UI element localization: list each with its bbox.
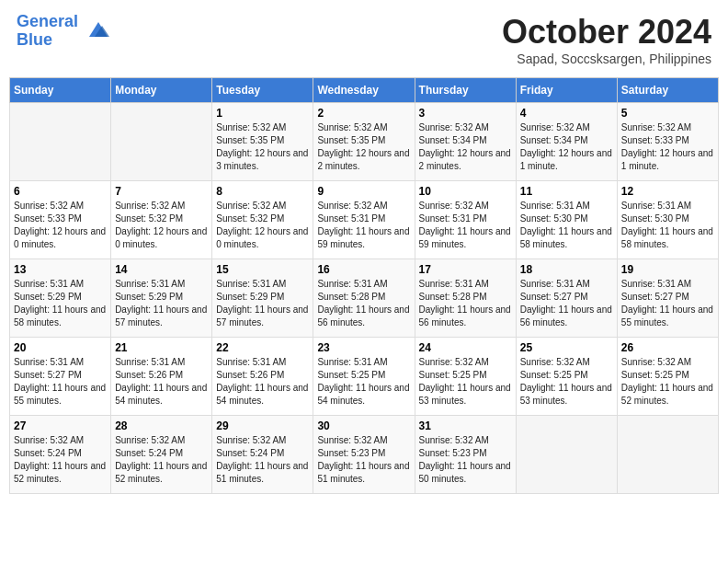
calendar-cell: 11Sunrise: 5:31 AM Sunset: 5:30 PM Dayli… xyxy=(516,181,617,259)
day-number: 20 xyxy=(14,341,107,354)
logo-icon xyxy=(82,18,111,44)
day-number: 24 xyxy=(419,341,512,354)
calendar-cell: 14Sunrise: 5:31 AM Sunset: 5:29 PM Dayli… xyxy=(111,259,212,338)
day-info: Sunrise: 5:31 AM Sunset: 5:29 PM Dayligh… xyxy=(216,278,309,329)
day-number: 8 xyxy=(216,185,309,198)
day-number: 5 xyxy=(621,107,714,120)
calendar-cell: 10Sunrise: 5:32 AM Sunset: 5:31 PM Dayli… xyxy=(415,181,516,259)
day-info: Sunrise: 5:32 AM Sunset: 5:33 PM Dayligh… xyxy=(621,121,714,173)
calendar-cell: 9Sunrise: 5:32 AM Sunset: 5:31 PM Daylig… xyxy=(313,181,415,259)
day-number: 7 xyxy=(115,185,208,198)
weekday-header-tuesday: Tuesday xyxy=(212,78,313,103)
calendar-cell: 3Sunrise: 5:32 AM Sunset: 5:34 PM Daylig… xyxy=(415,103,516,181)
day-info: Sunrise: 5:32 AM Sunset: 5:31 PM Dayligh… xyxy=(419,200,512,251)
day-number: 2 xyxy=(317,107,410,120)
day-info: Sunrise: 5:32 AM Sunset: 5:32 PM Dayligh… xyxy=(115,200,208,251)
calendar-cell xyxy=(516,416,617,494)
weekday-header-monday: Monday xyxy=(111,78,212,103)
day-info: Sunrise: 5:31 AM Sunset: 5:26 PM Dayligh… xyxy=(216,356,309,408)
day-info: Sunrise: 5:32 AM Sunset: 5:25 PM Dayligh… xyxy=(520,356,613,408)
day-number: 18 xyxy=(520,263,613,276)
calendar-cell: 31Sunrise: 5:32 AM Sunset: 5:23 PM Dayli… xyxy=(415,416,516,494)
day-number: 9 xyxy=(317,185,410,198)
calendar-cell: 21Sunrise: 5:31 AM Sunset: 5:26 PM Dayli… xyxy=(111,338,212,416)
weekday-header-sunday: Sunday xyxy=(10,78,111,103)
calendar-cell: 1Sunrise: 5:32 AM Sunset: 5:35 PM Daylig… xyxy=(212,103,313,181)
calendar-cell: 25Sunrise: 5:32 AM Sunset: 5:25 PM Dayli… xyxy=(516,338,617,416)
location: Sapad, Soccsksargen, Philippines xyxy=(502,52,711,66)
calendar-cell: 8Sunrise: 5:32 AM Sunset: 5:32 PM Daylig… xyxy=(212,181,313,259)
day-info: Sunrise: 5:31 AM Sunset: 5:28 PM Dayligh… xyxy=(317,278,410,329)
calendar-week-4: 20Sunrise: 5:31 AM Sunset: 5:27 PM Dayli… xyxy=(10,338,719,416)
day-number: 10 xyxy=(419,185,512,198)
calendar-header: SundayMondayTuesdayWednesdayThursdayFrid… xyxy=(10,78,719,103)
calendar-cell: 16Sunrise: 5:31 AM Sunset: 5:28 PM Dayli… xyxy=(313,259,415,338)
calendar-week-1: 1Sunrise: 5:32 AM Sunset: 5:35 PM Daylig… xyxy=(10,103,719,181)
calendar-week-5: 27Sunrise: 5:32 AM Sunset: 5:24 PM Dayli… xyxy=(10,416,719,494)
calendar-cell: 12Sunrise: 5:31 AM Sunset: 5:30 PM Dayli… xyxy=(617,181,718,259)
calendar-week-2: 6Sunrise: 5:32 AM Sunset: 5:33 PM Daylig… xyxy=(10,181,719,259)
day-number: 22 xyxy=(216,341,309,354)
day-number: 19 xyxy=(621,263,714,276)
weekday-header-friday: Friday xyxy=(516,78,617,103)
calendar-cell: 19Sunrise: 5:31 AM Sunset: 5:27 PM Dayli… xyxy=(617,259,718,338)
calendar-cell: 15Sunrise: 5:31 AM Sunset: 5:29 PM Dayli… xyxy=(212,259,313,338)
day-number: 13 xyxy=(14,263,107,276)
day-number: 1 xyxy=(216,107,309,120)
day-number: 12 xyxy=(621,185,714,198)
day-number: 30 xyxy=(317,419,410,432)
day-info: Sunrise: 5:31 AM Sunset: 5:25 PM Dayligh… xyxy=(317,356,410,408)
day-number: 23 xyxy=(317,341,410,354)
title-area: October 2024 Sapad, Soccsksargen, Philip… xyxy=(502,13,711,66)
day-number: 28 xyxy=(115,419,208,432)
day-info: Sunrise: 5:32 AM Sunset: 5:31 PM Dayligh… xyxy=(317,200,410,251)
page-header: General Blue October 2024 Sapad, Soccsks… xyxy=(9,9,719,70)
day-info: Sunrise: 5:31 AM Sunset: 5:29 PM Dayligh… xyxy=(14,278,107,329)
day-info: Sunrise: 5:32 AM Sunset: 5:25 PM Dayligh… xyxy=(419,356,512,408)
day-number: 25 xyxy=(520,341,613,354)
weekday-row: SundayMondayTuesdayWednesdayThursdayFrid… xyxy=(10,78,719,103)
calendar-week-3: 13Sunrise: 5:31 AM Sunset: 5:29 PM Dayli… xyxy=(10,259,719,338)
calendar-cell: 29Sunrise: 5:32 AM Sunset: 5:24 PM Dayli… xyxy=(212,416,313,494)
day-info: Sunrise: 5:32 AM Sunset: 5:35 PM Dayligh… xyxy=(317,121,410,173)
weekday-header-wednesday: Wednesday xyxy=(313,78,415,103)
logo-text: General Blue xyxy=(17,13,78,50)
weekday-header-saturday: Saturday xyxy=(617,78,718,103)
day-number: 16 xyxy=(317,263,410,276)
day-number: 11 xyxy=(520,185,613,198)
day-info: Sunrise: 5:31 AM Sunset: 5:26 PM Dayligh… xyxy=(115,356,208,408)
day-info: Sunrise: 5:31 AM Sunset: 5:30 PM Dayligh… xyxy=(621,200,714,251)
day-number: 4 xyxy=(520,107,613,120)
day-info: Sunrise: 5:32 AM Sunset: 5:34 PM Dayligh… xyxy=(419,121,512,173)
day-info: Sunrise: 5:32 AM Sunset: 5:24 PM Dayligh… xyxy=(115,434,208,486)
day-number: 15 xyxy=(216,263,309,276)
calendar-cell: 24Sunrise: 5:32 AM Sunset: 5:25 PM Dayli… xyxy=(415,338,516,416)
day-info: Sunrise: 5:32 AM Sunset: 5:32 PM Dayligh… xyxy=(216,200,309,251)
day-info: Sunrise: 5:32 AM Sunset: 5:23 PM Dayligh… xyxy=(419,434,512,486)
calendar-cell: 7Sunrise: 5:32 AM Sunset: 5:32 PM Daylig… xyxy=(111,181,212,259)
day-number: 26 xyxy=(621,341,714,354)
day-info: Sunrise: 5:31 AM Sunset: 5:27 PM Dayligh… xyxy=(14,356,107,408)
day-info: Sunrise: 5:32 AM Sunset: 5:34 PM Dayligh… xyxy=(520,121,613,173)
calendar-cell: 18Sunrise: 5:31 AM Sunset: 5:27 PM Dayli… xyxy=(516,259,617,338)
day-number: 29 xyxy=(216,419,309,432)
calendar-cell xyxy=(617,416,718,494)
day-number: 3 xyxy=(419,107,512,120)
day-info: Sunrise: 5:31 AM Sunset: 5:27 PM Dayligh… xyxy=(621,278,714,329)
calendar-table: SundayMondayTuesdayWednesdayThursdayFrid… xyxy=(9,77,719,494)
day-info: Sunrise: 5:31 AM Sunset: 5:28 PM Dayligh… xyxy=(419,278,512,329)
weekday-header-thursday: Thursday xyxy=(415,78,516,103)
calendar-cell xyxy=(111,103,212,181)
calendar-cell: 30Sunrise: 5:32 AM Sunset: 5:23 PM Dayli… xyxy=(313,416,415,494)
day-info: Sunrise: 5:31 AM Sunset: 5:29 PM Dayligh… xyxy=(115,278,208,329)
day-info: Sunrise: 5:32 AM Sunset: 5:23 PM Dayligh… xyxy=(317,434,410,486)
day-number: 27 xyxy=(14,419,107,432)
calendar-cell: 20Sunrise: 5:31 AM Sunset: 5:27 PM Dayli… xyxy=(10,338,111,416)
calendar-cell: 27Sunrise: 5:32 AM Sunset: 5:24 PM Dayli… xyxy=(10,416,111,494)
day-number: 21 xyxy=(115,341,208,354)
day-number: 31 xyxy=(419,419,512,432)
day-info: Sunrise: 5:32 AM Sunset: 5:33 PM Dayligh… xyxy=(14,200,107,251)
logo: General Blue xyxy=(17,13,111,50)
calendar-cell xyxy=(10,103,111,181)
calendar-cell: 28Sunrise: 5:32 AM Sunset: 5:24 PM Dayli… xyxy=(111,416,212,494)
